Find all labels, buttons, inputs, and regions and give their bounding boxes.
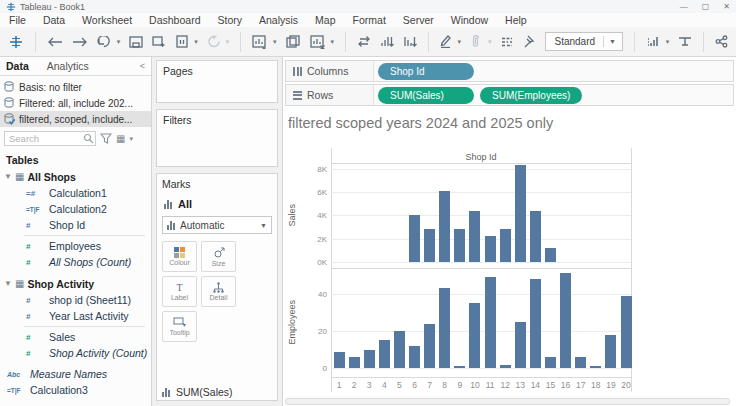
tab-data[interactable]: Data (6, 60, 29, 72)
presentation-mode-button[interactable] (678, 33, 692, 51)
bar-employees-15[interactable] (545, 357, 556, 368)
field-item[interactable]: #Employees (0, 238, 151, 254)
field-item[interactable]: =T|FCalculation2 (0, 201, 151, 217)
sort-descending-button[interactable] (403, 33, 417, 51)
share-button[interactable] (715, 33, 728, 51)
replay-button[interactable] (97, 33, 112, 51)
expand-chevron-icon[interactable]: ▼ (4, 172, 12, 181)
view-options-caret-icon[interactable]: ▾ (129, 135, 133, 143)
show-mark-labels-button[interactable] (500, 33, 514, 51)
table-group-all-shops[interactable]: ▼▦All Shops (0, 168, 151, 185)
menu-item-map[interactable]: Map (315, 14, 335, 26)
measure-pill[interactable]: SUM(Sales) (378, 87, 474, 104)
bar-employees-5[interactable] (394, 331, 405, 368)
datasource-item[interactable]: Filtered: all, include 202... (0, 95, 151, 111)
marks-all-tab[interactable]: All (164, 198, 272, 210)
refresh-button[interactable] (207, 33, 221, 51)
bar-sales-6[interactable] (409, 215, 420, 262)
new-view-caret-icon[interactable]: ▾ (273, 38, 277, 46)
label-button[interactable]: TLabel (162, 276, 197, 307)
menu-item-analysis[interactable]: Analysis (259, 14, 298, 26)
bar-employees-18[interactable] (590, 366, 601, 368)
bar-employees-4[interactable] (379, 340, 390, 368)
field-item[interactable]: #shop id (Sheet11) (0, 292, 151, 308)
detail-button[interactable]: Detail (201, 276, 236, 307)
swap-rows-columns-button[interactable] (357, 33, 371, 51)
menu-item-help[interactable]: Help (505, 14, 527, 26)
collapse-pane-icon[interactable]: < (140, 61, 145, 71)
tab-analytics[interactable]: Analytics (47, 60, 89, 72)
tableau-home-icon[interactable] (8, 33, 24, 51)
redo-button[interactable] (72, 33, 88, 51)
new-worksheet-button[interactable] (175, 33, 189, 51)
bar-sales-8[interactable] (439, 191, 450, 262)
expand-chevron-icon[interactable]: ▼ (4, 279, 12, 288)
menu-item-worksheet[interactable]: Worksheet (82, 14, 132, 26)
field-item[interactable]: =T|FCalculation3 (0, 382, 151, 398)
bar-sales-10[interactable] (469, 211, 480, 262)
rows-shelf[interactable]: Rows SUM(Sales)SUM(Employees) (285, 84, 734, 106)
sort-ascending-button[interactable] (380, 33, 394, 51)
menu-item-format[interactable]: Format (353, 14, 386, 26)
group-members-button[interactable] (470, 33, 483, 51)
bar-employees-17[interactable] (575, 357, 586, 368)
replay-caret-icon[interactable]: ▾ (117, 38, 121, 46)
size-button[interactable]: Size (201, 241, 236, 272)
field-item[interactable]: =#Calculation1 (0, 185, 151, 201)
dimension-pill[interactable]: Shop Id (378, 63, 474, 80)
menu-item-server[interactable]: Server (403, 14, 434, 26)
highlight-caret-icon[interactable]: ▾ (457, 38, 461, 46)
filters-shelf[interactable]: Filters (156, 109, 278, 167)
bar-employees-16[interactable] (560, 273, 571, 368)
maximize-button[interactable]: ▢ (702, 2, 710, 11)
fit-selector-caret-icon[interactable]: ▼ (603, 36, 618, 47)
menu-item-dashboard[interactable]: Dashboard (149, 14, 200, 26)
field-item[interactable]: #Year Last Activity (0, 308, 151, 324)
filter-fields-icon[interactable] (100, 133, 112, 144)
bar-sales-9[interactable] (454, 229, 465, 262)
field-item[interactable]: #Sales (0, 329, 151, 345)
show-hide-cards-caret-icon[interactable]: ▾ (666, 38, 670, 46)
bar-employees-9[interactable] (454, 366, 465, 368)
datasource-item[interactable]: Basis: no filter (0, 79, 151, 95)
close-button[interactable]: ✕ (723, 2, 730, 11)
new-worksheet-caret-icon[interactable]: ▾ (194, 38, 198, 46)
field-item[interactable]: #Shop Id (0, 217, 151, 233)
tooltip-button[interactable]: Tooltip (162, 311, 197, 342)
show-hide-cards-button[interactable] (646, 33, 661, 51)
bar-employees-6[interactable] (409, 346, 420, 368)
bar-employees-8[interactable] (439, 288, 450, 368)
bar-sales-12[interactable] (500, 229, 511, 262)
clear-sheet-caret-icon[interactable]: ▾ (331, 38, 335, 46)
marks-measure-tab[interactable]: SUM(Sales) (162, 386, 272, 398)
bar-sales-14[interactable] (530, 211, 541, 262)
bar-employees-10[interactable] (469, 303, 480, 368)
fix-axes-button[interactable] (523, 33, 536, 51)
bar-employees-19[interactable] (605, 335, 616, 368)
minimize-button[interactable]: — (680, 2, 688, 11)
group-caret-icon[interactable]: ▾ (488, 38, 492, 46)
columns-shelf[interactable]: Columns Shop Id (285, 60, 734, 82)
table-group-shop-activity[interactable]: ▼▦Shop Activity (0, 275, 151, 292)
pages-shelf[interactable]: Pages (156, 60, 278, 103)
highlight-button[interactable] (439, 33, 452, 51)
view-options-icon[interactable]: ▦ (116, 133, 125, 144)
bar-sales-15[interactable] (545, 248, 556, 262)
menu-item-window[interactable]: Window (451, 14, 488, 26)
refresh-caret-icon[interactable]: ▾ (226, 38, 230, 46)
bar-employees-20[interactable] (621, 296, 632, 369)
duplicate-sheet-button[interactable] (286, 33, 301, 51)
bar-sales-13[interactable] (515, 165, 526, 262)
bar-employees-7[interactable] (424, 324, 435, 369)
new-data-source-button[interactable] (152, 33, 166, 51)
colour-button[interactable]: Colour (162, 241, 197, 272)
bar-employees-12[interactable] (500, 365, 511, 369)
bar-employees-13[interactable] (515, 322, 526, 369)
save-button[interactable] (129, 33, 143, 51)
bar-employees-3[interactable] (364, 350, 375, 369)
field-item[interactable]: AbcMeasure Names (0, 366, 151, 382)
undo-button[interactable] (47, 33, 63, 51)
datasource-item[interactable]: filtered, scoped, include... (0, 111, 151, 127)
measure-pill[interactable]: SUM(Employees) (480, 87, 582, 104)
bar-sales-7[interactable] (424, 229, 435, 262)
